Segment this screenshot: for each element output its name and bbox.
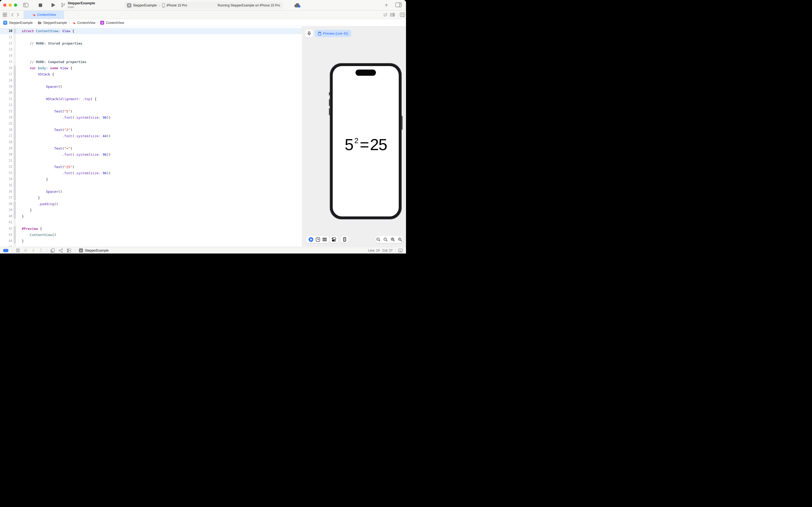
breadcrumb-file[interactable]: ContentView (72, 21, 95, 25)
network-share-icon[interactable] (59, 248, 63, 253)
line-number[interactable]: 16 (0, 65, 12, 71)
code-line[interactable]: 13 (0, 47, 302, 53)
zoom-fit-button[interactable] (391, 237, 395, 242)
code-lines[interactable]: 10struct ContentView: View {1112 // MARK… (0, 28, 302, 246)
fold-ribbon-segment[interactable] (14, 202, 16, 219)
code-line[interactable]: 37 } (0, 195, 302, 201)
fold-ribbon-segment[interactable] (14, 226, 16, 243)
code-line[interactable]: 11 (0, 34, 302, 40)
code-line[interactable]: 29 Text("=") (0, 145, 302, 152)
step-up-icon[interactable] (39, 248, 43, 252)
cloud-status-icon[interactable] (294, 3, 301, 8)
line-number[interactable]: 12 (0, 40, 12, 47)
zoom-out-button[interactable] (376, 237, 381, 242)
toggle-right-sidebar-button[interactable] (395, 2, 402, 7)
line-number[interactable]: 19 (0, 83, 12, 90)
code-line[interactable]: 44} (0, 238, 302, 244)
add-tab-button[interactable]: + (383, 1, 390, 9)
layers-icon[interactable] (51, 248, 55, 253)
eject-icon[interactable] (23, 248, 27, 252)
line-number[interactable]: 23 (0, 108, 12, 114)
line-number[interactable]: 15 (0, 59, 12, 65)
stop-button[interactable] (39, 3, 42, 7)
line-number[interactable]: 39 (0, 207, 12, 213)
line-number[interactable]: 26 (0, 127, 12, 133)
line-number[interactable]: 22 (0, 102, 12, 108)
line-number[interactable]: 34 (0, 176, 12, 182)
variants-grid-button[interactable] (323, 238, 327, 241)
code-line[interactable]: 18 (0, 77, 302, 83)
line-number[interactable]: 29 (0, 145, 12, 152)
zoom-window-button[interactable] (14, 3, 17, 7)
minimize-window-button[interactable] (9, 3, 12, 7)
code-line[interactable]: 25 (0, 121, 302, 127)
code-line[interactable]: 26 Text("2") (0, 127, 302, 133)
line-number[interactable]: 45 (0, 244, 12, 246)
line-number[interactable]: 21 (0, 96, 12, 102)
line-number[interactable]: 18 (0, 77, 12, 83)
breadcrumb-group[interactable]: StepperExample (38, 21, 67, 25)
code-line[interactable]: 21 HStack(alignment: .top) { (0, 96, 302, 102)
related-items-button[interactable] (3, 13, 7, 17)
code-line[interactable]: 30 .font(.system(size: 96)) (0, 152, 302, 158)
code-line[interactable]: 33 .font(.system(size: 96)) (0, 170, 302, 176)
code-line[interactable]: 19 Spacer() (0, 83, 302, 90)
line-number[interactable]: 11 (0, 34, 12, 40)
line-number[interactable]: 27 (0, 133, 12, 139)
line-number[interactable]: 33 (0, 170, 12, 176)
code-line[interactable]: 24 .font(.system(size: 96)) (0, 114, 302, 121)
zoom-in-button[interactable] (398, 237, 402, 242)
step-down-icon[interactable] (32, 248, 35, 252)
code-line[interactable]: 45 (0, 244, 302, 246)
running-app-indicator[interactable]: A StepperExample (79, 248, 109, 252)
line-number[interactable]: 10 (0, 28, 12, 34)
line-number[interactable]: 42 (0, 226, 12, 232)
navigate-forward-button[interactable] (17, 13, 19, 17)
selectable-mode-button[interactable] (316, 237, 320, 242)
iphone-preview-device[interactable]: 5 2 = 25 (330, 63, 402, 219)
editor-options-button[interactable] (390, 13, 395, 17)
add-editor-button[interactable] (400, 13, 405, 17)
line-number[interactable]: 25 (0, 121, 12, 127)
code-editor[interactable]: 10struct ContentView: View {1112 // MARK… (0, 26, 302, 246)
line-number[interactable]: 24 (0, 114, 12, 121)
line-number[interactable]: 17 (0, 71, 12, 77)
code-line[interactable]: 36 Spacer() (0, 188, 302, 195)
environment-overrides-icon[interactable] (67, 248, 71, 253)
run-button[interactable] (52, 3, 55, 7)
preview-jump-button[interactable]: Preview (Line 42) (315, 30, 351, 37)
line-number[interactable]: 32 (0, 164, 12, 170)
code-line[interactable]: 34 } (0, 176, 302, 182)
code-line[interactable]: 42#Preview { (0, 226, 302, 232)
scheme-app-segment[interactable]: A StepperExample › iPhone 15 Pro (127, 3, 187, 7)
code-line[interactable]: 12 // MARK: Stored properties (0, 40, 302, 47)
tab-contentview[interactable]: ContentView (23, 11, 64, 19)
line-number[interactable]: 40 (0, 213, 12, 219)
code-line[interactable]: 20 (0, 90, 302, 96)
line-number[interactable]: 20 (0, 90, 12, 96)
code-line[interactable]: 22 (0, 102, 302, 108)
code-line[interactable]: 27 .font(.system(size: 44)) (0, 133, 302, 139)
code-line[interactable]: 16 var body: some View { (0, 65, 302, 71)
code-line[interactable]: 17 VStack { (0, 71, 302, 77)
line-number[interactable]: 41 (0, 219, 12, 226)
toggle-left-sidebar-button[interactable] (23, 3, 28, 7)
code-line[interactable]: 35 (0, 182, 302, 188)
code-line[interactable]: 32 Text("25") (0, 164, 302, 170)
code-line[interactable]: 40} (0, 213, 302, 219)
code-line[interactable]: 10struct ContentView: View { (0, 28, 302, 34)
navigate-back-button[interactable] (11, 13, 14, 17)
fold-ribbon-segment[interactable] (14, 29, 16, 34)
code-line[interactable]: 43 ContentView() (0, 232, 302, 238)
breadcrumb-project[interactable]: A StepperExample (3, 21, 33, 25)
code-line[interactable]: 14 (0, 53, 302, 59)
zoom-100-button[interactable]: 1 (384, 237, 388, 242)
line-number[interactable]: 44 (0, 238, 12, 244)
line-number[interactable]: 14 (0, 53, 12, 59)
code-line[interactable]: 38 .padding() (0, 201, 302, 207)
debug-area-toggle-button[interactable] (3, 249, 8, 252)
code-line[interactable]: 41 (0, 219, 302, 226)
line-number[interactable]: 36 (0, 188, 12, 195)
bottom-panel-toggle-button[interactable] (398, 249, 403, 252)
code-line[interactable]: 39 } (0, 207, 302, 213)
